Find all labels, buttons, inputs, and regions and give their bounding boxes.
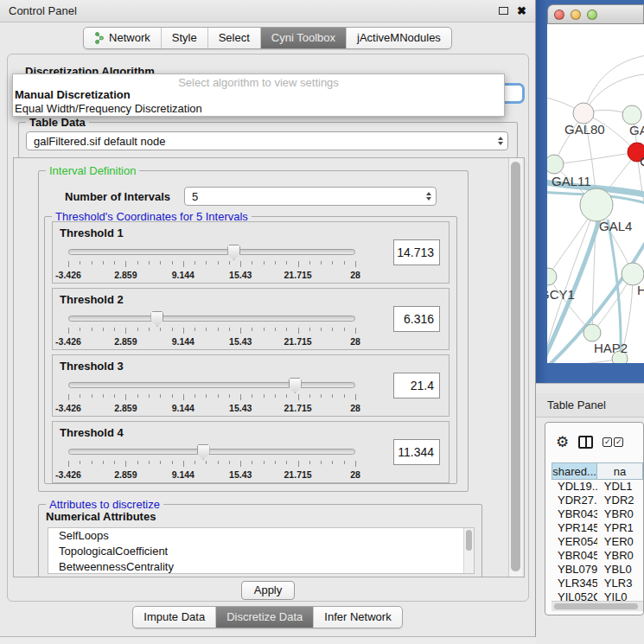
top-tab-network[interactable]: Network [84,28,161,48]
dropdown-placeholder-option[interactable]: Select algorithm to view settings [13,74,504,88]
mac-zoom-button[interactable] [587,10,597,20]
threshold-value-field[interactable]: 6.316 [393,306,440,332]
bottom-tab-impute-data[interactable]: Impute Data [133,607,215,628]
table-row[interactable]: YBL079WYBL0 [552,563,643,577]
table-data-combobox[interactable]: galFiltered.sif default node [26,131,508,150]
apply-button[interactable]: Apply [241,581,295,600]
threshold-slider[interactable]: -3.4262.8599.14415.4321.71528 [68,446,355,482]
threshold-value-field[interactable]: 14.713 [393,239,440,265]
slider-handle[interactable] [289,378,302,393]
network-edge[interactable] [554,152,637,164]
network-node[interactable] [622,105,641,124]
cell-name[interactable]: YPR1 [597,521,643,535]
network-node[interactable] [547,155,564,174]
checkbox-icon[interactable]: ✓ [614,437,623,447]
top-tab-cyni-toolbox[interactable]: Cyni Toolbox [260,28,346,48]
bottom-tab-discretize-data[interactable]: Discretize Data [215,607,313,628]
network-node[interactable] [583,324,601,341]
network-icon [94,32,105,44]
cell-name[interactable]: YLR3 [597,577,643,590]
slider-track[interactable] [68,382,355,388]
slider-track[interactable] [68,449,355,455]
cell-shared-name[interactable]: YPR145W [552,521,597,535]
cell-shared-name[interactable]: YDR27... [552,494,597,507]
mac-minimize-button[interactable] [571,10,581,20]
slider-tick [229,328,230,331]
table-row[interactable]: YDL19...YDL1 [552,480,643,494]
slider-tick [309,328,310,331]
dropdown-option-manual-discretization[interactable]: Manual Discretization [13,88,504,102]
desktop-bottom-belt [536,383,644,393]
slider-track[interactable] [68,249,355,255]
table-row[interactable]: YER054CYER0 [552,535,643,549]
cell-name[interactable]: YBL0 [597,563,643,577]
network-canvas[interactable]: GAL80GACGAL11GAL4GCY1HHAP2 [547,24,644,363]
slider-tick-label: 28 [350,403,360,413]
cell-name[interactable]: YER0 [597,535,643,549]
table-row[interactable]: YLR345WYLR3 [552,577,643,590]
table-row[interactable]: YBR045CYBR0 [552,549,643,563]
numerical-attributes-label: Numerical Attributes [46,510,156,523]
table-horizontal-scrollbar[interactable] [552,601,643,611]
number-of-intervals-combobox[interactable]: 5 [184,187,437,206]
table-panel-title: Table Panel [547,399,606,411]
thresholds-group: Threshold's Coordinates for 5 Intervals … [44,216,457,484]
cell-shared-name[interactable]: YBL079W [552,563,597,577]
column-header-shared-name[interactable]: shared... [552,462,597,480]
checkbox-icon[interactable]: ✓ [603,437,612,447]
threshold-slider[interactable]: -3.4262.8599.14415.4321.71528 [68,313,355,349]
gear-icon[interactable]: ⚙ [556,435,569,450]
network-edge[interactable] [583,55,644,113]
column-header-name[interactable]: na [597,462,643,480]
network-node[interactable] [580,188,613,221]
threshold-value-field[interactable]: 21.4 [393,373,440,399]
cell-name[interactable]: YDR2 [597,494,643,507]
threshold-value-field[interactable]: 11.344 [393,439,440,465]
attributes-list-scrollbar[interactable] [463,528,474,573]
slider-tick [240,261,241,267]
slider-tick-label: 9.144 [172,403,194,413]
table-row[interactable]: YPR145WYPR1 [552,521,643,535]
slider-track[interactable] [68,316,355,322]
cell-shared-name[interactable]: YDL19... [552,480,597,494]
slider-tick-label: 9.144 [172,270,194,280]
cell-name[interactable]: YBR0 [597,549,643,563]
table-row[interactable]: YBR043CYBR0 [552,507,643,521]
top-tab-select[interactable]: Select [207,28,260,48]
mac-close-button[interactable] [554,10,564,20]
dropdown-option-equal-width-frequency[interactable]: Equal Width/Frequency Discretization [13,102,504,116]
slider-tick [309,461,310,464]
slider-tick [344,461,345,464]
network-edge[interactable] [547,359,620,363]
attribute-list-item[interactable]: SelfLoops [48,528,474,544]
cell-shared-name[interactable]: YLR345W [552,577,597,590]
network-node[interactable] [573,103,594,124]
slider-tick-label: 2.859 [114,403,137,413]
cyni-toolbox-content: Discretization Algorithm Select algorith… [7,54,529,602]
attribute-list-item[interactable]: BetweennessCentrality [48,559,474,574]
cell-shared-name[interactable]: YBR045C [552,549,597,563]
cell-shared-name[interactable]: YER054C [552,535,597,549]
slider-handle[interactable] [197,444,210,460]
attribute-list-item[interactable]: TopologicalCoefficient [48,544,474,559]
close-icon[interactable]: ✖ [517,5,526,16]
bottom-tab-infer-network[interactable]: Infer Network [313,607,401,628]
slider-tick [218,394,219,398]
threshold-slider[interactable]: -3.4262.8599.14415.4321.71528 [68,379,355,416]
slider-tick [172,328,173,331]
top-tab-style[interactable]: Style [161,28,207,48]
network-node[interactable] [547,268,557,285]
cell-name[interactable]: YBR0 [597,507,643,521]
slider-handle[interactable] [150,311,163,327]
cell-name[interactable]: YDL1 [597,480,643,494]
columns-icon[interactable] [578,436,593,449]
slider-tick [240,328,241,334]
table-row[interactable]: YDR27...YDR2 [552,494,643,507]
float-window-icon[interactable] [499,7,508,15]
top-tab-jactivemnodules[interactable]: jActiveMNodules [346,28,451,48]
viewport-vertical-scrollbar[interactable] [508,158,522,577]
threshold-slider[interactable]: -3.4262.8599.14415.4321.71528 [68,246,355,283]
attributes-group: Attributes to discretize Numerical Attri… [38,504,482,577]
cell-shared-name[interactable]: YBR043C [552,507,597,521]
slider-handle[interactable] [227,245,240,260]
